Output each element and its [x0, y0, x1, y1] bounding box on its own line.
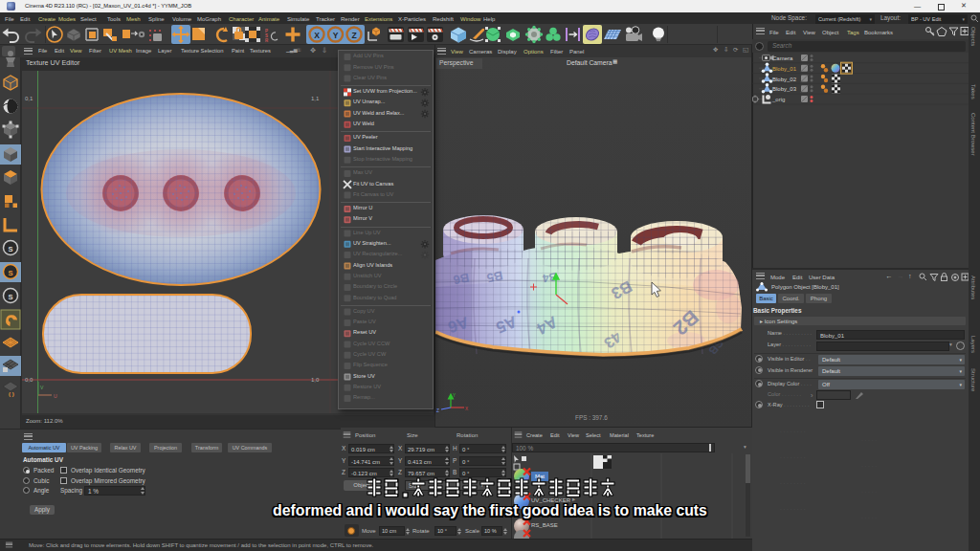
svg-text:Y: Y — [333, 31, 339, 40]
svg-text:V: V — [40, 385, 44, 390]
svg-text:B6: B6 — [452, 271, 470, 288]
svg-text:X: X — [314, 31, 320, 40]
svg-text:U: U — [54, 393, 57, 399]
svg-text:S: S — [8, 269, 12, 277]
svg-text:Z: Z — [351, 31, 356, 40]
svg-text:S: S — [8, 293, 12, 301]
svg-text:( ): ( ) — [9, 391, 14, 397]
svg-text:R: R — [265, 38, 269, 43]
svg-text:Z: Z — [436, 408, 439, 413]
svg-text:S: S — [8, 245, 12, 253]
